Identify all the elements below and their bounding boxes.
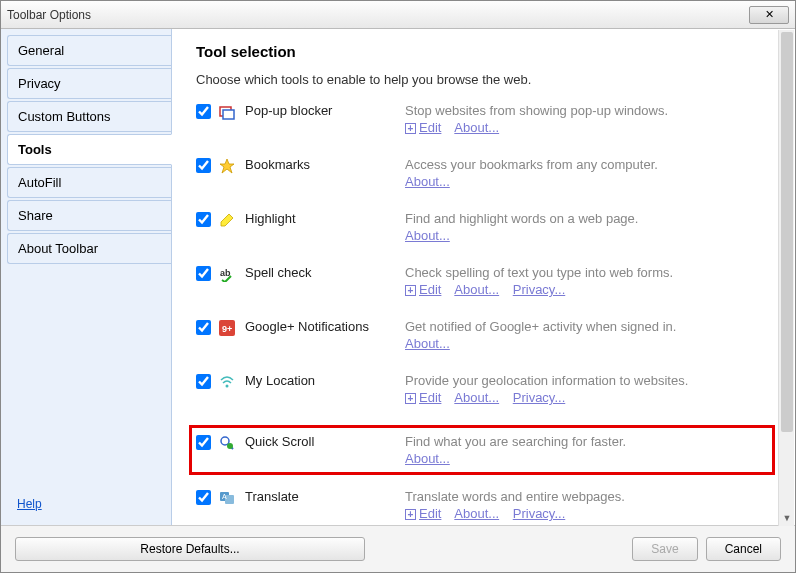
edit-link[interactable]: Edit	[419, 506, 441, 521]
restore-defaults-button[interactable]: Restore Defaults...	[15, 537, 365, 561]
content-heading: Tool selection	[196, 43, 775, 60]
tool-row-bookmarks: Bookmarks Access your bookmarks from any…	[196, 155, 775, 191]
svg-point-8	[221, 437, 229, 445]
quickscroll-icon	[219, 435, 235, 451]
popup-blocker-icon	[219, 104, 235, 120]
wifi-icon	[219, 374, 235, 390]
edit-link[interactable]: Edit	[419, 390, 441, 405]
translate-icon: A	[219, 490, 235, 506]
tool-desc: Translate words and entire webpages.	[405, 489, 625, 504]
star-icon	[219, 158, 235, 174]
tab-tools[interactable]: Tools	[7, 134, 172, 165]
tab-general[interactable]: General	[7, 35, 171, 66]
tool-row-highlight: Highlight Find and highlight words on a …	[196, 209, 775, 245]
about-link[interactable]: About...	[454, 282, 499, 297]
tool-name: Highlight	[245, 211, 405, 226]
about-link[interactable]: About...	[405, 451, 450, 466]
content-subtitle: Choose which tools to enable to help you…	[196, 72, 775, 87]
checkbox-googleplus[interactable]	[196, 320, 211, 335]
tool-desc: Get notified of Google+ activity when si…	[405, 319, 676, 334]
tab-custom-buttons[interactable]: Custom Buttons	[7, 101, 171, 132]
expand-icon[interactable]: +	[405, 285, 416, 296]
sidebar: General Privacy Custom Buttons Tools Aut…	[1, 29, 171, 525]
checkbox-spellcheck[interactable]	[196, 266, 211, 281]
about-link[interactable]: About...	[405, 336, 450, 351]
tool-name: My Location	[245, 373, 405, 388]
svg-point-10	[227, 443, 233, 449]
close-button[interactable]: ✕	[749, 6, 789, 24]
tool-desc: Find and highlight words on a web page.	[405, 211, 638, 226]
checkbox-translate[interactable]	[196, 490, 211, 505]
checkbox-popup[interactable]	[196, 104, 211, 119]
checkbox-mylocation[interactable]	[196, 374, 211, 389]
help-link[interactable]: Help	[7, 489, 171, 519]
tab-privacy[interactable]: Privacy	[7, 68, 171, 99]
tool-desc: Provide your geolocation information to …	[405, 373, 688, 388]
tab-about-toolbar[interactable]: About Toolbar	[7, 233, 171, 264]
svg-text:A: A	[222, 493, 227, 500]
googleplus-icon: 9+	[219, 320, 235, 336]
tool-name: Bookmarks	[245, 157, 405, 172]
window-title: Toolbar Options	[7, 8, 91, 22]
privacy-link[interactable]: Privacy...	[513, 282, 566, 297]
tool-desc: Find what you are searching for faster.	[405, 434, 626, 449]
checkbox-quickscroll[interactable]	[196, 435, 211, 450]
tool-row-spellcheck: ab Spell check Check spelling of text yo…	[196, 263, 775, 299]
about-link[interactable]: About...	[454, 120, 499, 135]
titlebar: Toolbar Options ✕	[1, 1, 795, 29]
tool-name: Quick Scroll	[245, 434, 405, 449]
privacy-link[interactable]: Privacy...	[513, 390, 566, 405]
tool-name: Translate	[245, 489, 405, 504]
about-link[interactable]: About...	[454, 390, 499, 405]
about-link[interactable]: About...	[405, 174, 450, 189]
tool-name: Google+ Notifications	[245, 319, 405, 334]
window: Toolbar Options ✕ General Privacy Custom…	[0, 0, 796, 573]
content-panel: Tool selection Choose which tools to ena…	[171, 29, 795, 525]
svg-marker-2	[220, 159, 234, 173]
svg-point-7	[226, 385, 229, 388]
edit-link[interactable]: Edit	[419, 282, 441, 297]
svg-text:9+: 9+	[222, 324, 232, 334]
scroll-down-icon[interactable]: ▼	[779, 510, 795, 526]
tool-desc: Stop websites from showing pop-up window…	[405, 103, 668, 118]
footer: Restore Defaults... Save Cancel	[1, 526, 795, 572]
expand-icon[interactable]: +	[405, 393, 416, 404]
checkbox-highlight[interactable]	[196, 212, 211, 227]
edit-link[interactable]: Edit	[419, 120, 441, 135]
tool-desc: Access your bookmarks from any computer.	[405, 157, 658, 172]
scroll-thumb[interactable]	[781, 32, 793, 432]
tool-row-mylocation: My Location Provide your geolocation inf…	[196, 371, 775, 407]
checkbox-bookmarks[interactable]	[196, 158, 211, 173]
save-button[interactable]: Save	[632, 537, 697, 561]
tab-autofill[interactable]: AutoFill	[7, 167, 171, 198]
tool-row-translate: A Translate Translate words and entire w…	[196, 487, 775, 523]
tab-share[interactable]: Share	[7, 200, 171, 231]
expand-icon[interactable]: +	[405, 123, 416, 134]
expand-icon[interactable]: +	[405, 509, 416, 520]
spellcheck-icon: ab	[219, 266, 235, 282]
tool-row-quickscroll: Quick Scroll Find what you are searching…	[189, 425, 775, 475]
tool-name: Pop-up blocker	[245, 103, 405, 118]
scrollbar[interactable]: ▼	[778, 30, 794, 526]
tool-row-popup: Pop-up blocker Stop websites from showin…	[196, 101, 775, 137]
cancel-button[interactable]: Cancel	[706, 537, 781, 561]
privacy-link[interactable]: Privacy...	[513, 506, 566, 521]
tool-row-googleplus: 9+ Google+ Notifications Get notified of…	[196, 317, 775, 353]
about-link[interactable]: About...	[454, 506, 499, 521]
svg-marker-3	[221, 214, 233, 226]
tool-desc: Check spelling of text you type into web…	[405, 265, 673, 280]
tool-name: Spell check	[245, 265, 405, 280]
about-link[interactable]: About...	[405, 228, 450, 243]
svg-rect-1	[223, 110, 234, 119]
highlighter-icon	[219, 212, 235, 228]
